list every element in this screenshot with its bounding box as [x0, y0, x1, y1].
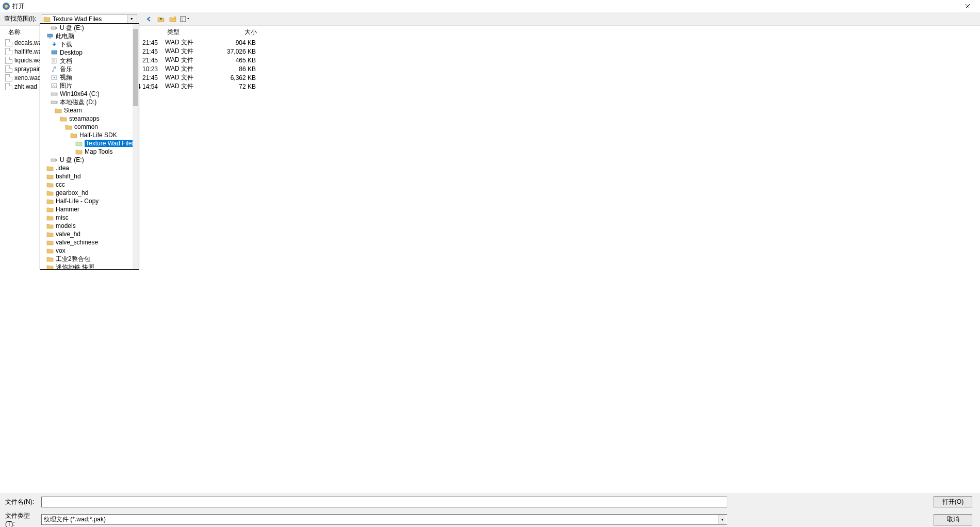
tree-item-label: 工业2整合包 [56, 255, 90, 264]
tree-item[interactable]: 文档 [40, 57, 139, 65]
drive-icon [51, 99, 58, 105]
filename-input[interactable] [41, 497, 727, 507]
tree-item[interactable]: 工业2整合包 [40, 255, 139, 263]
scrollbar[interactable] [133, 24, 139, 269]
file-type: WAD 文件 [158, 64, 207, 73]
tree-item[interactable]: gearbox_hd [40, 189, 139, 197]
back-button[interactable] [144, 14, 154, 24]
tree-item-label: valve_schinese [56, 239, 98, 246]
tree-item[interactable]: .idea [40, 164, 139, 172]
tree-item[interactable]: Hammer [40, 205, 139, 213]
tree-item[interactable]: Half-Life SDK [40, 131, 139, 139]
tree-item[interactable]: Texture Wad Files [40, 139, 139, 147]
tree-item[interactable]: ccc [40, 180, 139, 189]
tree-item[interactable]: vox [40, 246, 139, 255]
tree-item[interactable]: 此电脑 [40, 32, 139, 40]
column-headers: 名称 类型 大小 [0, 26, 980, 38]
down-icon [51, 41, 58, 47]
tree-item[interactable]: Map Tools [40, 147, 139, 156]
lookin-dropdown-tree[interactable]: U 盘 (E:)此电脑下载Desktop文档音乐视频图片Win10x64 (C:… [40, 23, 139, 270]
file-size: 904 KB [207, 39, 259, 46]
window-title: 打开 [12, 2, 957, 11]
tree-item-label: common [74, 123, 98, 130]
file-type: WAD 文件 [158, 73, 207, 82]
tree-item-label: misc [56, 214, 69, 221]
lookin-label: 查找范围(I): [4, 14, 37, 23]
chevron-down-icon[interactable]: ▼ [127, 15, 136, 23]
svg-rect-8 [47, 34, 53, 37]
folder-icon [46, 206, 54, 212]
tree-item[interactable]: U 盘 (E:) [40, 156, 139, 164]
tree-item[interactable]: steamapps [40, 114, 139, 123]
svg-rect-3 [181, 17, 186, 22]
folder-icon [46, 231, 54, 237]
cancel-button[interactable]: 取消 [934, 514, 972, 525]
filetype-combobox[interactable]: 纹理文件 (*.wad;*.pak) ▼ [41, 514, 727, 525]
tree-item[interactable]: valve_hd [40, 230, 139, 238]
tree-item-label: 视频 [60, 73, 72, 82]
svg-rect-20 [56, 159, 57, 161]
views-button[interactable] [180, 14, 189, 24]
tree-item-label: bshift_hd [56, 173, 81, 180]
tree-item[interactable]: common [40, 123, 139, 131]
tree-item-label: 此电脑 [56, 32, 74, 41]
tree-item[interactable]: 下载 [40, 40, 139, 48]
tree-item[interactable]: Win10x64 (C:) [40, 90, 139, 98]
folder-icon [46, 256, 54, 262]
open-button[interactable]: 打开(O) [934, 496, 972, 507]
folder-icon [55, 107, 62, 113]
tree-item-label: Desktop [60, 49, 83, 56]
tree-item-label: models [56, 222, 76, 229]
tree-item-label: vox [56, 247, 66, 254]
drive-icon [51, 91, 58, 97]
column-header-type[interactable]: 类型 [160, 26, 209, 39]
file-icon [5, 74, 12, 81]
tree-item-label: Half-Life SDK [79, 131, 117, 139]
tree-item[interactable]: models [40, 222, 139, 230]
foldersel-icon [75, 140, 83, 146]
column-header-size[interactable]: 大小 [209, 26, 261, 39]
tree-item-label: 文档 [60, 57, 72, 65]
folder-icon [60, 116, 67, 122]
lookin-combobox[interactable]: Texture Wad Files ▼ [42, 14, 137, 24]
folder-icon [65, 124, 72, 130]
file-type: WAD 文件 [158, 82, 207, 91]
svg-rect-6 [51, 27, 56, 29]
file-type: WAD 文件 [158, 38, 207, 47]
tree-item[interactable]: misc [40, 213, 139, 222]
folder-icon [46, 264, 54, 270]
tree-item[interactable]: bshift_hd [40, 172, 139, 180]
svg-rect-4 [182, 18, 183, 19]
svg-rect-10 [52, 51, 57, 54]
scrollbar-thumb[interactable] [133, 29, 138, 106]
tree-item[interactable]: valve_schinese [40, 238, 139, 246]
tree-item[interactable]: 本地磁盘 (D:) [40, 98, 139, 106]
tree-item[interactable]: 迷你地铁 快照 [40, 263, 139, 270]
chevron-down-icon[interactable]: ▼ [718, 515, 726, 524]
tree-item[interactable]: 视频 [40, 73, 139, 81]
filetype-text: 纹理文件 (*.wad;*.pak) [44, 515, 106, 524]
tree-item-label: Steam [64, 107, 82, 114]
title-bar: 打开 [0, 0, 980, 12]
svg-rect-19 [51, 159, 56, 161]
folder-icon [46, 248, 54, 254]
tree-item[interactable]: Half-Life - Copy [40, 197, 139, 205]
pic-icon [51, 83, 58, 89]
tree-item-label: gearbox_hd [56, 189, 88, 196]
tree-item[interactable]: 图片 [40, 81, 139, 90]
folder-icon [46, 223, 54, 229]
svg-rect-7 [56, 27, 57, 29]
tree-item-label: valve_hd [56, 230, 80, 238]
up-one-level-button[interactable] [156, 14, 166, 24]
close-button[interactable] [957, 0, 978, 12]
tree-item-label: 本地磁盘 (D:) [60, 98, 96, 107]
svg-rect-9 [49, 38, 51, 39]
tree-item[interactable]: Desktop [40, 48, 139, 57]
tree-item[interactable]: Steam [40, 106, 139, 114]
bottom-panel: 文件名(N): 打开(O) 文件类型(T): 纹理文件 (*.wad;*.pak… [0, 493, 980, 527]
tree-item[interactable]: U 盘 (E:) [40, 24, 139, 32]
file-size: 37,026 KB [207, 48, 259, 55]
tree-item[interactable]: 音乐 [40, 65, 139, 73]
new-folder-button[interactable] [168, 14, 177, 24]
file-type: WAD 文件 [158, 47, 207, 56]
